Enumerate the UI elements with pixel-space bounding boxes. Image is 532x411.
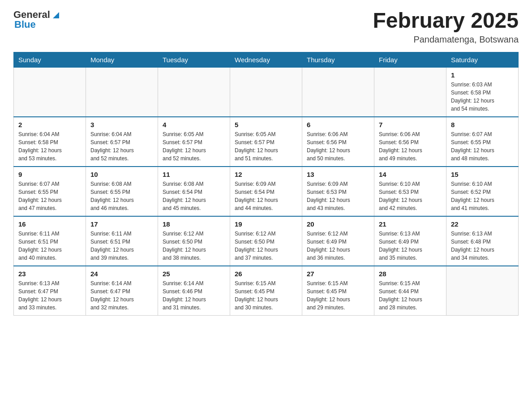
calendar-cell: 20Sunrise: 6:12 AM Sunset: 6:49 PM Dayli… — [302, 216, 374, 266]
day-info: Sunrise: 6:09 AM Sunset: 6:53 PM Dayligh… — [307, 180, 369, 212]
location-subtitle: Pandamatenga, Botswana — [373, 34, 519, 45]
calendar-cell: 21Sunrise: 6:13 AM Sunset: 6:49 PM Dayli… — [374, 216, 446, 266]
day-number: 24 — [90, 270, 153, 278]
day-number: 11 — [163, 171, 225, 178]
calendar-cell: 3Sunrise: 6:04 AM Sunset: 6:57 PM Daylig… — [86, 117, 158, 167]
calendar-week-row: 23Sunrise: 6:13 AM Sunset: 6:47 PM Dayli… — [14, 266, 519, 316]
day-number: 16 — [18, 220, 81, 228]
day-number: 8 — [451, 121, 514, 128]
weekday-header-thursday: Thursday — [302, 52, 374, 67]
day-number: 3 — [90, 121, 153, 128]
calendar-cell: 8Sunrise: 6:07 AM Sunset: 6:55 PM Daylig… — [446, 117, 519, 167]
calendar-cell: 7Sunrise: 6:06 AM Sunset: 6:56 PM Daylig… — [374, 117, 446, 167]
day-info: Sunrise: 6:14 AM Sunset: 6:47 PM Dayligh… — [90, 279, 153, 312]
day-info: Sunrise: 6:05 AM Sunset: 6:57 PM Dayligh… — [163, 130, 225, 163]
weekday-header-saturday: Saturday — [446, 52, 519, 67]
calendar-cell: 22Sunrise: 6:13 AM Sunset: 6:48 PM Dayli… — [446, 216, 519, 266]
calendar-header-row: SundayMondayTuesdayWednesdayThursdayFrid… — [14, 52, 519, 67]
calendar-week-row: 9Sunrise: 6:07 AM Sunset: 6:55 PM Daylig… — [14, 167, 519, 216]
day-number: 13 — [307, 171, 369, 178]
calendar-cell: 26Sunrise: 6:15 AM Sunset: 6:45 PM Dayli… — [230, 266, 302, 316]
day-number: 23 — [18, 270, 81, 278]
day-info: Sunrise: 6:15 AM Sunset: 6:44 PM Dayligh… — [379, 279, 442, 312]
day-info: Sunrise: 6:14 AM Sunset: 6:46 PM Dayligh… — [163, 279, 225, 312]
day-number: 10 — [90, 171, 153, 178]
day-info: Sunrise: 6:04 AM Sunset: 6:58 PM Dayligh… — [18, 130, 81, 163]
day-number: 27 — [307, 270, 369, 278]
day-info: Sunrise: 6:15 AM Sunset: 6:45 PM Dayligh… — [235, 279, 297, 312]
calendar-cell: 12Sunrise: 6:09 AM Sunset: 6:54 PM Dayli… — [230, 167, 302, 216]
calendar-week-row: 16Sunrise: 6:11 AM Sunset: 6:51 PM Dayli… — [14, 216, 519, 266]
calendar-cell — [14, 67, 86, 117]
day-number: 5 — [235, 121, 297, 128]
calendar-cell: 13Sunrise: 6:09 AM Sunset: 6:53 PM Dayli… — [302, 167, 374, 216]
calendar-cell — [158, 67, 230, 117]
day-info: Sunrise: 6:12 AM Sunset: 6:49 PM Dayligh… — [307, 230, 369, 262]
svg-marker-0 — [53, 12, 59, 18]
day-info: Sunrise: 6:13 AM Sunset: 6:47 PM Dayligh… — [18, 279, 81, 312]
calendar-cell: 19Sunrise: 6:12 AM Sunset: 6:50 PM Dayli… — [230, 216, 302, 266]
day-number: 6 — [307, 121, 369, 128]
day-info: Sunrise: 6:13 AM Sunset: 6:48 PM Dayligh… — [451, 230, 514, 262]
day-info: Sunrise: 6:15 AM Sunset: 6:45 PM Dayligh… — [307, 279, 369, 312]
weekday-header-monday: Monday — [86, 52, 158, 67]
day-number: 12 — [235, 171, 297, 178]
calendar-cell: 1Sunrise: 6:03 AM Sunset: 6:58 PM Daylig… — [446, 67, 519, 117]
calendar-cell: 28Sunrise: 6:15 AM Sunset: 6:44 PM Dayli… — [374, 266, 446, 316]
day-info: Sunrise: 6:10 AM Sunset: 6:52 PM Dayligh… — [451, 180, 514, 212]
calendar-cell: 11Sunrise: 6:08 AM Sunset: 6:54 PM Dayli… — [158, 167, 230, 216]
calendar-cell: 27Sunrise: 6:15 AM Sunset: 6:45 PM Dayli… — [302, 266, 374, 316]
day-info: Sunrise: 6:09 AM Sunset: 6:54 PM Dayligh… — [235, 180, 297, 212]
logo: General Blue — [13, 9, 61, 30]
calendar-week-row: 1Sunrise: 6:03 AM Sunset: 6:58 PM Daylig… — [14, 67, 519, 117]
day-info: Sunrise: 6:10 AM Sunset: 6:53 PM Dayligh… — [379, 180, 442, 212]
calendar-cell: 6Sunrise: 6:06 AM Sunset: 6:56 PM Daylig… — [302, 117, 374, 167]
day-number: 9 — [18, 171, 81, 178]
day-number: 17 — [90, 220, 153, 228]
calendar-cell: 14Sunrise: 6:10 AM Sunset: 6:53 PM Dayli… — [374, 167, 446, 216]
day-info: Sunrise: 6:07 AM Sunset: 6:55 PM Dayligh… — [18, 180, 81, 212]
day-info: Sunrise: 6:06 AM Sunset: 6:56 PM Dayligh… — [379, 130, 442, 163]
day-number: 26 — [235, 270, 297, 278]
day-info: Sunrise: 6:12 AM Sunset: 6:50 PM Dayligh… — [163, 230, 225, 262]
page-header: General Blue February 2025 Pandamatenga,… — [13, 9, 519, 45]
day-info: Sunrise: 6:08 AM Sunset: 6:54 PM Dayligh… — [163, 180, 225, 212]
day-info: Sunrise: 6:13 AM Sunset: 6:49 PM Dayligh… — [379, 230, 442, 262]
calendar-cell: 18Sunrise: 6:12 AM Sunset: 6:50 PM Dayli… — [158, 216, 230, 266]
weekday-header-wednesday: Wednesday — [230, 52, 302, 67]
calendar-table: SundayMondayTuesdayWednesdayThursdayFrid… — [13, 52, 519, 316]
day-info: Sunrise: 6:07 AM Sunset: 6:55 PM Dayligh… — [451, 130, 514, 163]
logo-blue-text: Blue — [13, 19, 36, 30]
day-info: Sunrise: 6:06 AM Sunset: 6:56 PM Dayligh… — [307, 130, 369, 163]
calendar-cell: 15Sunrise: 6:10 AM Sunset: 6:52 PM Dayli… — [446, 167, 519, 216]
day-number: 15 — [451, 171, 514, 178]
day-number: 20 — [307, 220, 369, 228]
day-number: 22 — [451, 220, 514, 228]
weekday-header-sunday: Sunday — [14, 52, 86, 67]
day-info: Sunrise: 6:05 AM Sunset: 6:57 PM Dayligh… — [235, 130, 297, 163]
calendar-cell: 10Sunrise: 6:08 AM Sunset: 6:55 PM Dayli… — [86, 167, 158, 216]
calendar-cell: 16Sunrise: 6:11 AM Sunset: 6:51 PM Dayli… — [14, 216, 86, 266]
calendar-cell — [374, 67, 446, 117]
month-year-title: February 2025 — [373, 9, 519, 33]
day-number: 14 — [379, 171, 442, 178]
calendar-cell: 2Sunrise: 6:04 AM Sunset: 6:58 PM Daylig… — [14, 117, 86, 167]
calendar-cell: 5Sunrise: 6:05 AM Sunset: 6:57 PM Daylig… — [230, 117, 302, 167]
day-info: Sunrise: 6:12 AM Sunset: 6:50 PM Dayligh… — [235, 230, 297, 262]
calendar-cell — [230, 67, 302, 117]
day-info: Sunrise: 6:11 AM Sunset: 6:51 PM Dayligh… — [18, 230, 81, 262]
day-number: 7 — [379, 121, 442, 128]
calendar-cell — [302, 67, 374, 117]
calendar-cell: 17Sunrise: 6:11 AM Sunset: 6:51 PM Dayli… — [86, 216, 158, 266]
calendar-week-row: 2Sunrise: 6:04 AM Sunset: 6:58 PM Daylig… — [14, 117, 519, 167]
day-number: 28 — [379, 270, 442, 278]
weekday-header-tuesday: Tuesday — [158, 52, 230, 67]
calendar-cell: 4Sunrise: 6:05 AM Sunset: 6:57 PM Daylig… — [158, 117, 230, 167]
day-number: 2 — [18, 121, 81, 128]
day-info: Sunrise: 6:03 AM Sunset: 6:58 PM Dayligh… — [451, 81, 514, 113]
title-area: February 2025 Pandamatenga, Botswana — [373, 9, 519, 45]
calendar-cell — [446, 266, 519, 316]
calendar-cell: 25Sunrise: 6:14 AM Sunset: 6:46 PM Dayli… — [158, 266, 230, 316]
day-info: Sunrise: 6:08 AM Sunset: 6:55 PM Dayligh… — [90, 180, 153, 212]
logo-triangle-icon — [51, 10, 61, 20]
